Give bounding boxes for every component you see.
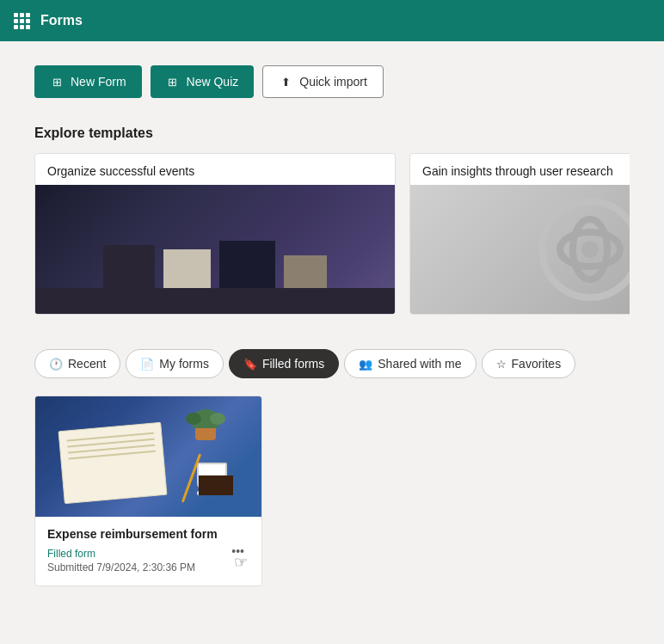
- tabs-section: 🕐 Recent 📄 My forms 🔖 Filled forms 👥 Sha…: [34, 349, 630, 378]
- tabs-row: 🕐 Recent 📄 My forms 🔖 Filled forms 👥 Sha…: [34, 349, 630, 378]
- notebook: [58, 422, 168, 504]
- top-nav: Forms: [0, 0, 664, 41]
- explore-templates-title: Explore templates: [34, 126, 630, 141]
- form-card-body-expense: Expense reimbursement form Filled form S…: [35, 517, 261, 586]
- action-buttons: ⊞ New Form ⊞ New Quiz ⬆ Quick import: [34, 65, 630, 98]
- app-grid-icon[interactable]: [14, 13, 30, 29]
- new-quiz-button[interactable]: ⊞ New Quiz: [151, 65, 255, 98]
- ellipsis-icon: •••: [231, 544, 244, 558]
- tab-filled-forms-label: Filled forms: [262, 357, 324, 371]
- pot-body: [195, 428, 216, 440]
- new-form-icon: ⊞: [50, 75, 64, 89]
- favorites-icon: ☆: [496, 358, 507, 371]
- templates-row: Organize successful events Gain insights…: [34, 153, 630, 315]
- template-image-research: [410, 185, 630, 314]
- tab-shared-with-me[interactable]: 👥 Shared with me: [344, 349, 476, 378]
- tab-my-forms-label: My forms: [159, 357, 209, 371]
- form-card-tag-expense: Filled form: [47, 548, 249, 560]
- coffee-cup: [197, 463, 231, 495]
- tab-filled-forms[interactable]: 🔖 Filled forms: [229, 349, 339, 378]
- form-card-title-expense: Expense reimbursement form: [47, 527, 249, 541]
- quick-import-icon: ⬆: [279, 75, 292, 89]
- form-card-expense[interactable]: Expense reimbursement form Filled form S…: [34, 396, 262, 586]
- form-card-date-expense: Submitted 7/9/2024, 2:30:36 PM: [47, 561, 249, 573]
- app-title: Forms: [40, 13, 83, 28]
- tab-recent[interactable]: 🕐 Recent: [34, 349, 120, 378]
- form-card-image-expense: [35, 396, 261, 517]
- template-label-research: Gain insights through user research: [410, 154, 630, 185]
- tab-my-forms[interactable]: 📄 My forms: [126, 349, 224, 378]
- cup-body: [197, 463, 227, 490]
- cards-grid: Expense reimbursement form Filled form S…: [34, 396, 630, 586]
- desk-scene: [35, 396, 261, 517]
- filled-forms-icon: 🔖: [243, 358, 257, 371]
- my-forms-icon: 📄: [140, 358, 154, 371]
- template-image-audience: [35, 185, 395, 314]
- svg-point-2: [581, 241, 599, 258]
- new-form-button[interactable]: ⊞ New Form: [34, 65, 142, 98]
- quick-import-button[interactable]: ⬆ Quick import: [262, 65, 384, 98]
- template-card-events[interactable]: Organize successful events: [34, 153, 396, 315]
- tab-recent-label: Recent: [68, 357, 106, 371]
- shared-with-me-icon: 👥: [359, 358, 372, 371]
- main-content: ⊞ New Form ⊞ New Quiz ⬆ Quick import Exp…: [0, 41, 664, 610]
- tab-favorites[interactable]: ☆ Favorites: [482, 349, 576, 378]
- new-quiz-icon: ⊞: [166, 75, 180, 89]
- form-card-more-button[interactable]: ☞ •••: [229, 551, 253, 573]
- research-visual: [538, 198, 630, 301]
- template-card-research[interactable]: Gain insights through user research: [409, 153, 630, 315]
- tab-favorites-label: Favorites: [512, 357, 562, 371]
- plant: [193, 409, 218, 439]
- cup-liquid: [199, 475, 227, 490]
- notebook-lines: [66, 432, 156, 464]
- seats-row: [35, 288, 395, 314]
- recent-icon: 🕐: [49, 358, 63, 371]
- template-label-events: Organize successful events: [35, 154, 395, 185]
- plant-leaves: [193, 409, 218, 428]
- tab-shared-with-me-label: Shared with me: [378, 357, 461, 371]
